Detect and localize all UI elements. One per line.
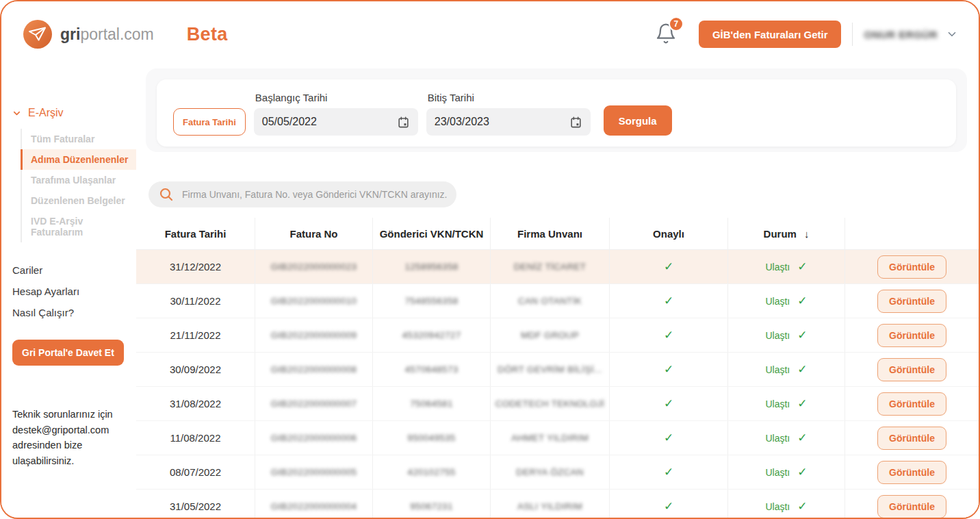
sidebar-item-cariler[interactable]: Cariler <box>12 260 136 281</box>
column-header-fatura-no[interactable]: Fatura No <box>255 218 373 249</box>
sidebar-links: Cariler Hesap Ayarları Nasıl Çalışır? <box>12 260 136 323</box>
cell-vkn: 950049535 <box>373 421 491 455</box>
logo-text-rest: portal.com <box>80 25 153 43</box>
cell-vkn: 95067231 <box>373 490 491 519</box>
start-date-input[interactable]: 05/05/2022 <box>254 108 418 136</box>
calendar-icon <box>569 116 582 129</box>
filter-card: Fatura Tarihi Başlangıç Tarihi 05/05/202… <box>157 79 956 147</box>
table-row: 31/08/2022GIB202200000000775064581CODETE… <box>136 387 979 421</box>
header-actions: 7 GİB'den Faturaları Getir ONUR ERGÜR <box>655 21 958 48</box>
cell-durum: Ulaştı✓ <box>728 455 845 489</box>
approved-check-icon: ✓ <box>664 465 673 479</box>
cell-actions: Görüntüle <box>845 250 979 283</box>
redacted-vkn: 75064581 <box>410 398 452 409</box>
sidebar-section-label: E-Arşiv <box>28 107 64 119</box>
column-header-durum-label: Durum <box>764 228 797 240</box>
cell-onayli: ✓ <box>610 250 728 283</box>
cell-firma-unvani: DÖRT GEVRİM BİLİŞİ... <box>491 353 610 386</box>
column-header-firma-unvani[interactable]: Firma Unvanı <box>491 218 610 249</box>
fetch-invoices-button[interactable]: GİB'den Faturaları Getir <box>699 21 842 48</box>
redacted-invoice-no: GIB2022000000006 <box>271 433 357 443</box>
table-header: Fatura Tarihi Fatura No Gönderici VKN/TC… <box>136 218 979 250</box>
status-check-icon: ✓ <box>797 396 807 411</box>
cell-fatura-no: GIB2022000000008 <box>255 353 373 386</box>
cell-actions: Görüntüle <box>845 318 979 352</box>
table-row: 31/12/2022GIB20220000000231258956358DENİ… <box>136 250 979 284</box>
search-input[interactable] <box>182 189 447 200</box>
column-header-fatura-tarihi[interactable]: Fatura Tarihi <box>136 218 255 249</box>
sort-descending-icon[interactable]: ↓ <box>804 228 810 240</box>
sidebar-section-earsiv[interactable]: E-Arşiv <box>12 107 136 119</box>
query-button[interactable]: Sorgula <box>604 105 672 136</box>
view-button[interactable]: Görüntüle <box>877 324 946 347</box>
sidebar-item-duzenlenen-belgeler[interactable]: Düzenlenen Belgeler <box>21 190 136 211</box>
table-row: 11/08/2022GIB2022000000006950049535AHMET… <box>136 421 979 455</box>
cell-durum: Ulaştı✓ <box>728 284 845 318</box>
view-button[interactable]: Görüntüle <box>877 392 946 416</box>
sidebar-item-tum-faturalar[interactable]: Tüm Faturalar <box>21 129 136 149</box>
sidebar-item-nasil-calisir[interactable]: Nasıl Çalışır? <box>12 302 136 323</box>
approved-check-icon: ✓ <box>664 328 673 342</box>
cell-fatura-tarihi: 31/08/2022 <box>136 387 255 420</box>
table-row: 08/07/2022GIB2022000000005420102755DERYA… <box>136 455 979 490</box>
status-check-icon: ✓ <box>797 465 807 479</box>
column-header-vkn[interactable]: Gönderici VKN/TCKN <box>373 218 491 249</box>
invoice-table: Fatura Tarihi Fatura No Gönderici VKN/TC… <box>136 218 979 519</box>
status-check-icon: ✓ <box>797 260 807 274</box>
view-button[interactable]: Görüntüle <box>877 255 946 279</box>
top-header: griportal.com Beta 7 GİB'den Faturaları … <box>1 1 979 67</box>
invite-button[interactable]: Gri Portal'e Davet Et <box>12 340 124 366</box>
end-date-input[interactable]: 23/03/2023 <box>426 108 591 136</box>
redacted-invoice-no: GIB2022000000009 <box>271 330 357 340</box>
search-bar <box>149 181 456 207</box>
sidebar-item-adima-duzenlenenler[interactable]: Adıma Düzenlenenler <box>21 149 136 170</box>
redacted-vkn: 4570648573 <box>404 364 458 375</box>
support-text: Teknik sorunlarınız için destek@griporta… <box>12 407 130 468</box>
approved-check-icon: ✓ <box>664 294 673 308</box>
notification-count-badge: 7 <box>669 16 684 31</box>
app-window: griportal.com Beta 7 GİB'den Faturaları … <box>0 0 980 519</box>
start-date-field: Başlangıç Tarihi 05/05/2022 <box>254 92 418 136</box>
redacted-vkn: 950049535 <box>407 433 455 443</box>
table-row: 30/09/2022GIB20220000000084570648573DÖRT… <box>136 353 979 387</box>
redacted-vkn: 7548556358 <box>404 296 458 306</box>
sidebar-item-tarafima-ulasanlar[interactable]: Tarafıma Ulaşanlar <box>21 170 136 190</box>
cell-fatura-tarihi: 30/11/2022 <box>136 284 255 318</box>
approved-check-icon: ✓ <box>664 396 673 411</box>
calendar-icon <box>397 116 410 129</box>
fatura-tarihi-chip[interactable]: Fatura Tarihi <box>173 108 246 136</box>
user-menu[interactable]: ONUR ERGÜR <box>864 28 958 40</box>
view-button[interactable]: Görüntüle <box>877 495 946 518</box>
sidebar-item-hesap-ayarlari[interactable]: Hesap Ayarları <box>12 281 136 302</box>
cell-actions: Görüntüle <box>845 421 979 455</box>
status-label: Ulaştı <box>765 467 790 478</box>
cell-durum: Ulaştı✓ <box>728 318 845 352</box>
notifications-button[interactable]: 7 <box>655 22 678 47</box>
status-label: Ulaştı <box>765 262 790 273</box>
logo[interactable]: griportal.com <box>22 18 154 50</box>
approved-check-icon: ✓ <box>664 362 673 377</box>
redacted-company: DERYA ÖZCAN <box>516 467 584 477</box>
cell-firma-unvani: AHMET YILDIRIM <box>491 421 610 455</box>
cell-fatura-tarihi: 21/11/2022 <box>136 318 255 352</box>
cell-onayli: ✓ <box>610 387 728 420</box>
cell-durum: Ulaştı✓ <box>728 421 845 455</box>
cell-firma-unvani: CAN OTANTİK <box>491 284 610 318</box>
column-header-durum[interactable]: Durum ↓ <box>728 218 845 249</box>
cell-onayli: ✓ <box>610 284 728 318</box>
search-icon <box>158 186 175 203</box>
cell-vkn: 420102755 <box>373 455 491 489</box>
sidebar-item-ivd-earsiv[interactable]: IVD E-Arşiv Faturalarım <box>21 211 136 242</box>
status-label: Ulaştı <box>765 330 790 341</box>
view-button[interactable]: Görüntüle <box>877 290 946 313</box>
status-label: Ulaştı <box>765 398 790 409</box>
view-button[interactable]: Görüntüle <box>877 358 946 381</box>
cell-durum: Ulaştı✓ <box>728 490 845 519</box>
view-button[interactable]: Görüntüle <box>877 427 946 450</box>
cell-onayli: ✓ <box>610 490 728 519</box>
column-header-onayli[interactable]: Onaylı <box>610 218 728 249</box>
cell-fatura-tarihi: 31/05/2022 <box>136 490 255 519</box>
view-button[interactable]: Görüntüle <box>877 461 946 484</box>
status-label: Ulaştı <box>765 364 790 375</box>
header-divider <box>852 23 853 46</box>
